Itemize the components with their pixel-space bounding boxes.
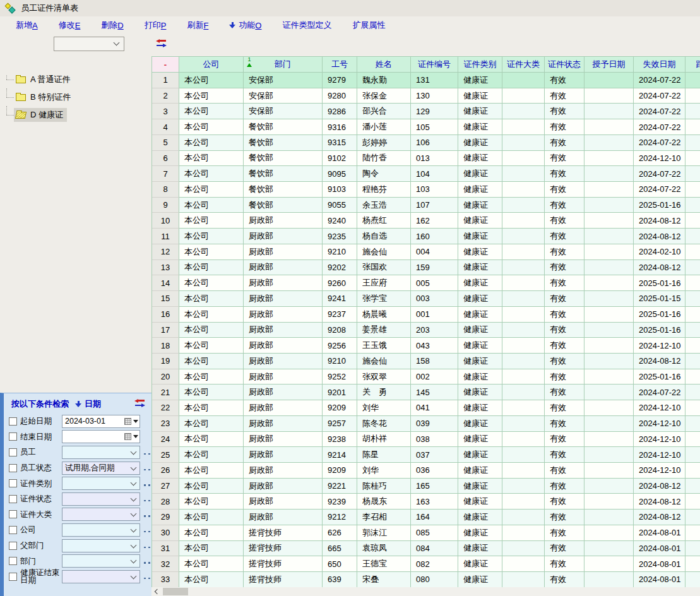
cell-company[interactable]: 本公司 — [179, 323, 244, 338]
cell-cert-no[interactable]: 145 — [411, 384, 458, 400]
cell-cert-type[interactable]: 健康证 — [458, 354, 502, 369]
cell-expire-date[interactable]: 2024-08-01 — [634, 572, 685, 588]
cell-row-number[interactable]: 23 — [152, 416, 179, 432]
cell-cert-status[interactable]: 有效 — [545, 135, 584, 151]
cell-grant-date[interactable] — [584, 556, 634, 572]
cell-cert-no[interactable]: 130 — [411, 88, 458, 104]
cell-cert-status[interactable]: 有效 — [545, 119, 584, 135]
cell-company[interactable]: 本公司 — [179, 182, 244, 198]
cell-emp-no[interactable]: 9280 — [323, 88, 357, 104]
cell-grant-date[interactable] — [584, 416, 634, 432]
table-row[interactable]: 26 本公司 厨政部 9209 刘华 036 健康证 有效 2024-12-10 — [152, 463, 700, 479]
cell-cert-type[interactable]: 健康证 — [458, 416, 502, 432]
cell-emp-no[interactable]: 9315 — [323, 135, 357, 151]
cell-name[interactable]: 彭婷婷 — [357, 135, 411, 151]
cell-emp-no[interactable]: 650 — [323, 556, 357, 572]
cell-emp-no[interactable]: 9103 — [323, 182, 357, 198]
cell-emp-no[interactable]: 9235 — [323, 229, 357, 244]
cell-department[interactable]: 餐饮部 — [244, 151, 323, 167]
cell-distance[interactable] — [685, 525, 700, 541]
cell-name[interactable]: 姜景雄 — [357, 323, 411, 338]
cell-department[interactable]: 餐饮部 — [244, 182, 323, 198]
cell-cert-no[interactable]: 005 — [411, 275, 458, 291]
filter-field[interactable] — [62, 477, 140, 490]
cell-cert-status[interactable]: 有效 — [545, 88, 584, 104]
cell-grant-date[interactable] — [584, 323, 634, 338]
cell-name[interactable]: 王德宝 — [357, 556, 411, 572]
cell-cert-status[interactable]: 有效 — [545, 244, 584, 260]
cell-emp-no[interactable]: 639 — [323, 572, 357, 588]
cell-name[interactable]: 陈桂巧 — [357, 479, 411, 494]
cell-name[interactable]: 杨晟东 — [357, 494, 411, 510]
cell-company[interactable]: 本公司 — [179, 432, 244, 448]
cell-company[interactable]: 本公司 — [179, 244, 244, 260]
cell-company[interactable]: 本公司 — [179, 572, 244, 588]
cell-cert-type[interactable]: 健康证 — [458, 73, 502, 88]
cell-grant-date[interactable] — [584, 73, 634, 88]
cell-name[interactable]: 陆竹香 — [357, 151, 411, 167]
cell-cert-type[interactable]: 健康证 — [458, 400, 502, 416]
cell-cert-status[interactable]: 有效 — [545, 354, 584, 369]
cell-department[interactable]: 餐饮部 — [244, 166, 323, 182]
cell-emp-no[interactable]: 9209 — [323, 463, 357, 479]
calendar-dropdown-button[interactable] — [122, 417, 138, 426]
cell-cert-type[interactable]: 健康证 — [458, 572, 502, 588]
cell-cert-no[interactable]: 203 — [411, 323, 458, 338]
cell-cert-no[interactable]: 003 — [411, 291, 458, 307]
cell-row-number[interactable]: 6 — [152, 151, 179, 167]
cell-row-number[interactable]: 31 — [152, 541, 179, 557]
cell-cert-class[interactable] — [502, 447, 545, 463]
cell-department[interactable]: 厨政部 — [244, 323, 323, 338]
cell-cert-status[interactable]: 有效 — [545, 104, 584, 119]
cell-cert-class[interactable] — [502, 166, 545, 182]
table-row[interactable]: 17 本公司 厨政部 9208 姜景雄 203 健康证 有效 2025-01-1… — [152, 323, 700, 338]
cell-cert-status[interactable]: 有效 — [545, 275, 584, 291]
browse-dots-button[interactable] — [143, 496, 151, 502]
cell-row-number[interactable]: 3 — [152, 104, 179, 119]
cell-cert-class[interactable] — [502, 400, 545, 416]
cell-distance[interactable] — [685, 447, 700, 463]
cell-name[interactable]: 陈星 — [357, 447, 411, 463]
cell-cert-type[interactable]: 健康证 — [458, 291, 502, 307]
toolbar-button[interactable]: 扩展属性 — [352, 20, 385, 31]
cell-cert-type[interactable]: 健康证 — [458, 166, 502, 182]
cell-distance[interactable] — [685, 119, 700, 135]
cell-cert-status[interactable]: 有效 — [545, 416, 584, 432]
cell-emp-no[interactable]: 9252 — [323, 369, 357, 385]
cell-expire-date[interactable]: 2024-08-01 — [634, 525, 685, 541]
toolbar-button[interactable]: 新增A — [16, 20, 38, 31]
tree-node[interactable]: D 健康证 — [14, 108, 67, 122]
cell-department[interactable]: 餐饮部 — [244, 119, 323, 135]
table-row[interactable]: 3 本公司 安保部 9286 邵兴合 129 健康证 有效 2024-07-22 — [152, 104, 700, 119]
cell-row-number[interactable]: 27 — [152, 479, 179, 494]
cell-cert-type[interactable]: 健康证 — [458, 198, 502, 213]
cell-name[interactable]: 郭沫江 — [357, 525, 411, 541]
cell-row-number[interactable]: 12 — [152, 244, 179, 260]
calendar-dropdown-button[interactable] — [122, 432, 138, 441]
cell-cert-status[interactable]: 有效 — [545, 494, 584, 510]
cell-name[interactable]: 陶令 — [357, 166, 411, 182]
filter-checkbox[interactable] — [9, 542, 17, 550]
cell-cert-no[interactable]: 043 — [411, 338, 458, 354]
cell-cert-no[interactable]: 158 — [411, 354, 458, 369]
cell-company[interactable]: 本公司 — [179, 119, 244, 135]
table-row[interactable]: 4 本公司 餐饮部 9316 潘小莲 105 健康证 有效 2024-07-22 — [152, 119, 700, 135]
cell-distance[interactable] — [685, 541, 700, 557]
cell-distance[interactable] — [685, 229, 700, 244]
cell-distance[interactable] — [685, 244, 700, 260]
table-row[interactable]: 15 本公司 厨政部 9241 张学宝 003 健康证 有效 2025-01-1… — [152, 291, 700, 307]
filter-field[interactable] — [62, 446, 140, 459]
cell-grant-date[interactable] — [584, 135, 634, 151]
cell-department[interactable]: 厨政部 — [244, 354, 323, 369]
cell-company[interactable]: 本公司 — [179, 541, 244, 557]
cell-cert-status[interactable]: 有效 — [545, 479, 584, 494]
cell-distance[interactable] — [685, 166, 700, 182]
cell-grant-date[interactable] — [584, 463, 634, 479]
cell-cert-type[interactable]: 健康证 — [458, 229, 502, 244]
cell-company[interactable]: 本公司 — [179, 73, 244, 88]
cell-company[interactable]: 本公司 — [179, 229, 244, 244]
cell-company[interactable]: 本公司 — [179, 213, 244, 229]
cell-company[interactable]: 本公司 — [179, 307, 244, 323]
filter-checkbox[interactable] — [9, 417, 17, 426]
filter-checkbox[interactable] — [9, 479, 17, 487]
